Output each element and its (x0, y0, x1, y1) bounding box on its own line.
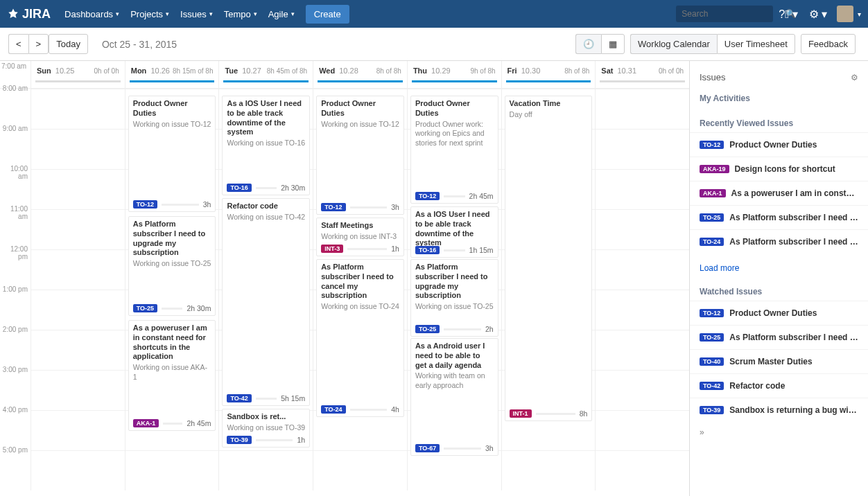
calendar-event[interactable]: As Platform subscriber I need to cancel … (316, 259, 404, 417)
calendar-event[interactable]: As a Android user I need to be able to g… (410, 338, 498, 456)
issue-row[interactable]: TO-12Product Owner Duties (690, 301, 868, 325)
nav-agile[interactable]: Agile▾ (263, 0, 300, 28)
feedback-button[interactable]: Feedback (801, 34, 856, 54)
issue-badge: AKA-1 (133, 419, 159, 427)
calendar-event[interactable]: Sandbox is ret...Working on issue TO-39T… (222, 409, 310, 448)
day-column[interactable] (595, 89, 689, 490)
nav-dashboards[interactable]: Dashboards▾ (59, 0, 125, 28)
calendar-event[interactable]: As a IOS User I need to be able track do… (410, 206, 498, 258)
top-nav: JIRA Dashboards▾Projects▾Issues▾Tempo▾Ag… (0, 0, 868, 28)
hour-label: 8:00 am (0, 85, 31, 125)
search-input[interactable] (682, 9, 785, 19)
day-column[interactable]: Product Owner DutiesProduct Owner work: … (407, 89, 501, 490)
hour-label: 10:00 am (0, 165, 31, 205)
issue-badge: TO-16 (415, 246, 440, 254)
day-header: Sat 10.310h of 0h (596, 61, 689, 80)
help-icon[interactable]: ?⃝ ▾ (773, 8, 803, 21)
issue-badge: TO-39 (227, 436, 251, 444)
today-button[interactable]: Today (49, 34, 88, 54)
day-header: Mon 10.268h 15m of 8h (125, 61, 219, 80)
issue-badge: TO-12 (415, 192, 440, 200)
my-activities-section[interactable]: My Activities (690, 89, 868, 107)
calendar-event[interactable]: Product Owner DutiesWorking on issue TO-… (128, 96, 216, 212)
calendar-event[interactable]: Product Owner DutiesWorking on issue TO-… (316, 96, 404, 215)
day-header: Fri 10.308h of 8h (502, 61, 596, 80)
issue-row[interactable]: AKA-1As a poweruser I am in constant nee… (690, 181, 868, 205)
hour-label: 4:00 pm (0, 406, 31, 446)
grid-view-button[interactable]: ▦ (601, 34, 625, 54)
hour-label: 2:00 pm (0, 326, 31, 366)
issue-badge: TO-16 (227, 184, 251, 192)
issue-key-badge: TO-25 (700, 213, 724, 222)
issue-row[interactable]: TO-25As Platform subscriber I need to up… (690, 325, 868, 349)
issue-badge: INT-1 (510, 409, 532, 418)
calendar-event[interactable]: As a IOS User I need to be able track do… (222, 96, 310, 195)
issue-key-badge: TO-40 (700, 357, 724, 366)
nav-tempo[interactable]: Tempo▾ (218, 0, 263, 28)
recent-section-title: Recently Viewed Issues (690, 114, 868, 132)
issue-row[interactable]: TO-24As Platform subscriber I need to ca… (690, 229, 868, 254)
issue-badge: INT-3 (321, 245, 343, 253)
issue-badge: TO-67 (415, 444, 440, 452)
hour-label: 5:00 pm (0, 446, 31, 486)
avatar[interactable] (837, 6, 853, 22)
hour-label: 12:00 pm (0, 245, 31, 285)
create-button[interactable]: Create (306, 5, 349, 24)
prev-button[interactable]: < (8, 34, 28, 54)
sidebar-title: Issues (700, 72, 726, 82)
calendar-event[interactable]: As a poweruser I am in constant need for… (128, 320, 216, 431)
issue-badge: TO-25 (415, 325, 440, 333)
day-column[interactable]: Product Owner DutiesWorking on issue TO-… (125, 89, 219, 490)
issue-badge: TO-12 (133, 200, 157, 209)
day-column[interactable]: As a IOS User I need to be able track do… (218, 89, 313, 490)
issue-key-badge: TO-12 (700, 309, 724, 317)
calendar: 7:00 am Sun 10.250h of 0hMon 10.268h 15m… (0, 61, 689, 496)
load-more-link[interactable]: Load more (690, 254, 868, 283)
search-box[interactable]: 🔍 (676, 6, 773, 22)
nav-projects[interactable]: Projects▾ (125, 0, 175, 28)
next-button[interactable]: > (28, 34, 49, 54)
issue-key-badge: TO-25 (700, 333, 724, 342)
issue-row[interactable]: AKA-19Design Icons for shortcut (690, 157, 868, 181)
issue-badge: TO-25 (133, 304, 157, 312)
issue-key-badge: TO-24 (700, 238, 724, 246)
calendar-event[interactable]: As Platform subscriber I need to upgrade… (128, 216, 216, 316)
nav-issues[interactable]: Issues▾ (175, 0, 218, 28)
calendar-event[interactable]: As Platform subscriber I need to upgrade… (410, 259, 498, 337)
calendar-event[interactable]: Staff MeetingsWorking on issue INT-3INT-… (316, 218, 404, 256)
issue-row[interactable]: TO-25As Platform subscriber I need to up… (690, 205, 868, 229)
time-start-label: 7:00 am (1, 62, 26, 70)
nav-arrows: < > (8, 34, 49, 54)
day-header: Tue 10.278h 45m of 8h (219, 61, 313, 80)
watched-section-title: Watched Issues (690, 283, 868, 301)
hour-label: 9:00 am (0, 125, 31, 165)
issue-key-badge: TO-39 (700, 406, 724, 414)
gear-icon[interactable]: ⚙ (851, 73, 858, 82)
day-header: Thu 10.299h of 8h (408, 61, 501, 80)
hour-label: 3:00 pm (0, 366, 31, 406)
day-column[interactable] (31, 89, 125, 490)
more-chevron-icon[interactable]: » (690, 422, 868, 443)
calendar-event[interactable]: Product Owner DutiesProduct Owner work: … (410, 96, 498, 204)
issue-row[interactable]: TO-39Sandbox is returning a bug with new… (690, 398, 868, 422)
day-header: Wed 10.288h of 8h (313, 61, 407, 80)
settings-icon[interactable]: ⚙ ▾ (804, 8, 833, 21)
issue-row[interactable]: TO-12Product Owner Duties (690, 132, 868, 157)
calendar-event[interactable]: Vacation TimeDay offINT-18h (505, 96, 593, 421)
calendar-event[interactable]: Refactor codeWorking on issue TO-42TO-42… (222, 198, 310, 406)
issue-key-badge: TO-42 (700, 382, 724, 390)
day-column[interactable]: Product Owner DutiesWorking on issue TO-… (313, 89, 407, 490)
issue-badge: TO-12 (321, 203, 345, 211)
issue-row[interactable]: TO-40Scrum Master Duties (690, 349, 868, 373)
day-header: Sun 10.250h of 0h (31, 61, 125, 80)
jira-logo[interactable]: JIRA (7, 7, 51, 21)
clock-view-button[interactable]: 🕘 (575, 34, 601, 54)
issue-key-badge: TO-12 (700, 141, 724, 149)
worklog-calendar-tab[interactable]: Worklog Calendar (630, 34, 717, 54)
sidebar: Issues ⚙ My Activities Recently Viewed I… (689, 61, 868, 496)
issue-row[interactable]: TO-42Refactor code (690, 373, 868, 398)
day-column[interactable]: Vacation TimeDay offINT-18h (501, 89, 596, 490)
issue-badge: TO-24 (321, 405, 345, 414)
issue-key-badge: AKA-19 (700, 165, 729, 173)
user-timesheet-tab[interactable]: User Timesheet (717, 34, 795, 54)
